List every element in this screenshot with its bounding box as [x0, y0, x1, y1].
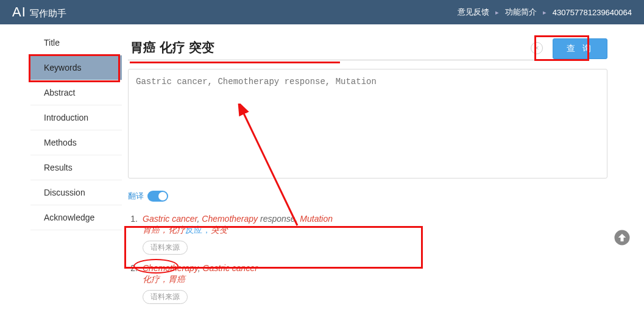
sidebar-item-introduction[interactable]: Introduction — [30, 105, 122, 130]
features-link[interactable]: 功能简介 — [505, 7, 537, 18]
user-id[interactable]: 430757781239640064 — [553, 8, 632, 17]
result-item: 1.Gastric cancer, Chemotherapy response,… — [128, 214, 607, 255]
result-chinese: 胃癌，化疗反应，突变 — [143, 225, 607, 236]
source-pill[interactable]: 语料来源 — [143, 241, 188, 255]
result-english: Chemotherapy, Gastric cancer — [143, 263, 607, 273]
results-textarea[interactable] — [128, 69, 607, 178]
sidebar-item-acknowledge[interactable]: Acknowledge — [30, 205, 122, 230]
nav-separator: ▸ — [543, 9, 547, 16]
logo-text: 写作助手 — [30, 8, 66, 19]
result-body: Chemotherapy, Gastric cancer化疗，胃癌语料来源 — [143, 263, 607, 304]
main-panel: × 查 询 翻译 1.Gastric cancer, Chemotherapy … — [122, 30, 644, 318]
result-item: 2.Chemotherapy, Gastric cancer化疗，胃癌语料来源 — [128, 263, 607, 304]
search-row: × 查 询 — [128, 37, 607, 60]
search-input-wrap: × — [128, 37, 547, 60]
sidebar-item-methods[interactable]: Methods — [30, 130, 122, 155]
top-right-nav: 意见反馈 ▸ 功能简介 ▸ 430757781239640064 — [458, 7, 632, 18]
sidebar-item-title[interactable]: Title — [30, 30, 122, 55]
result-body: Gastric cancer, Chemotherapy response, M… — [143, 214, 607, 255]
search-input[interactable] — [128, 37, 547, 60]
query-button[interactable]: 查 询 — [553, 38, 607, 59]
result-number: 2. — [128, 263, 138, 304]
logo-ai: AI — [12, 4, 26, 20]
result-english: Gastric cancer, Chemotherapy response, M… — [143, 214, 607, 224]
sidebar-item-abstract[interactable]: Abstract — [30, 80, 122, 105]
nav-separator: ▸ — [495, 9, 499, 16]
translate-row: 翻译 — [128, 191, 607, 202]
scroll-top-button[interactable] — [611, 227, 633, 249]
sidebar-item-keywords[interactable]: Keywords — [30, 55, 122, 80]
feedback-link[interactable]: 意见反馈 — [458, 7, 489, 18]
topbar: AI 写作助手 意见反馈 ▸ 功能简介 ▸ 430757781239640064 — [0, 0, 644, 24]
sidebar-item-results[interactable]: Results — [30, 155, 122, 180]
sidebar-item-discussion[interactable]: Discussion — [30, 180, 122, 205]
translate-label: 翻译 — [128, 191, 144, 202]
source-pill[interactable]: 语料来源 — [143, 290, 188, 304]
arrow-up-icon — [613, 228, 631, 247]
result-number: 1. — [128, 214, 138, 255]
clear-icon[interactable]: × — [531, 42, 543, 54]
translate-toggle[interactable] — [147, 191, 168, 202]
result-chinese: 化疗，胃癌 — [143, 274, 607, 285]
sidebar: TitleKeywordsAbstractIntroductionMethods… — [0, 30, 122, 318]
results-list: 1.Gastric cancer, Chemotherapy response,… — [128, 214, 607, 304]
logo: AI 写作助手 — [12, 4, 66, 20]
